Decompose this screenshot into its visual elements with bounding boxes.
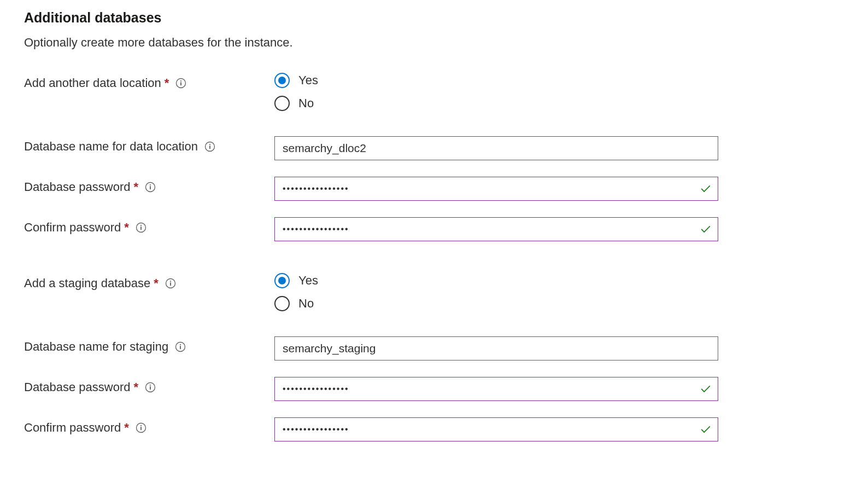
required-indicator: * xyxy=(133,180,138,194)
svg-point-10 xyxy=(140,225,142,226)
radio-circle-icon xyxy=(274,96,290,111)
field-staging-confirm-password: Confirm password * xyxy=(24,417,844,441)
svg-rect-23 xyxy=(140,427,142,430)
input-staging-password[interactable] xyxy=(274,377,718,401)
radio-label-no: No xyxy=(298,96,314,111)
section-description: Optionally create more databases for the… xyxy=(24,36,844,50)
info-icon[interactable] xyxy=(204,141,215,152)
label-db-name-data-location: Database name for data location xyxy=(24,136,274,154)
field-add-staging: Add a staging database * Yes No xyxy=(24,273,844,311)
required-indicator: * xyxy=(165,76,169,90)
svg-point-1 xyxy=(180,80,181,82)
field-db-name-data-location: Database name for data location xyxy=(24,136,844,160)
field-db-name-staging: Database name for staging xyxy=(24,336,844,361)
label-text: Database name for data location xyxy=(24,139,198,154)
radio-no[interactable]: No xyxy=(274,96,718,111)
svg-rect-2 xyxy=(180,82,181,85)
svg-rect-17 xyxy=(180,346,181,349)
label-text: Confirm password xyxy=(24,220,121,235)
radio-yes[interactable]: Yes xyxy=(274,273,718,288)
svg-point-7 xyxy=(150,184,151,185)
label-confirm-password: Confirm password * xyxy=(24,217,274,235)
label-text: Database password xyxy=(24,180,130,194)
svg-point-16 xyxy=(180,344,181,345)
svg-rect-11 xyxy=(140,226,142,230)
info-icon[interactable] xyxy=(145,382,156,393)
radio-circle-icon xyxy=(274,73,290,88)
label-staging-password: Database password * xyxy=(24,377,274,394)
label-text: Database name for staging xyxy=(24,340,168,354)
svg-rect-14 xyxy=(170,282,171,286)
radio-circle-icon xyxy=(274,273,290,288)
info-icon[interactable] xyxy=(165,278,176,289)
svg-rect-20 xyxy=(150,386,151,389)
input-db-name-data-location[interactable] xyxy=(274,136,718,160)
label-text: Add a staging database xyxy=(24,276,150,290)
radio-group-add-data-location: Yes No xyxy=(274,73,718,111)
label-text: Add another data location xyxy=(24,76,161,90)
input-db-name-staging[interactable] xyxy=(274,336,718,361)
radio-group-add-staging: Yes No xyxy=(274,273,718,311)
field-staging-password: Database password * xyxy=(24,377,844,401)
radio-yes[interactable]: Yes xyxy=(274,73,718,88)
required-indicator: * xyxy=(133,380,138,394)
info-icon[interactable] xyxy=(136,222,146,233)
info-icon[interactable] xyxy=(136,422,146,433)
input-confirm-password[interactable] xyxy=(274,217,718,241)
radio-label-yes: Yes xyxy=(298,274,318,288)
info-icon[interactable] xyxy=(175,341,186,352)
svg-rect-5 xyxy=(209,146,210,149)
required-indicator: * xyxy=(124,220,129,235)
info-icon[interactable] xyxy=(175,78,186,89)
info-icon[interactable] xyxy=(145,182,156,193)
label-db-password: Database password * xyxy=(24,177,274,194)
required-indicator: * xyxy=(154,276,159,290)
label-text: Database password xyxy=(24,380,130,394)
radio-circle-icon xyxy=(274,296,290,311)
svg-point-4 xyxy=(209,144,210,145)
input-db-password[interactable] xyxy=(274,177,718,201)
label-add-data-location: Add another data location * xyxy=(24,73,274,90)
field-confirm-password: Confirm password * xyxy=(24,217,844,241)
label-add-staging: Add a staging database * xyxy=(24,273,274,290)
svg-rect-8 xyxy=(150,186,151,189)
field-add-data-location: Add another data location * Yes No xyxy=(24,73,844,111)
svg-point-13 xyxy=(170,281,171,282)
label-db-name-staging: Database name for staging xyxy=(24,336,274,354)
input-staging-confirm-password[interactable] xyxy=(274,417,718,441)
label-staging-confirm-password: Confirm password * xyxy=(24,417,274,435)
field-db-password: Database password * xyxy=(24,177,844,201)
label-text: Confirm password xyxy=(24,421,121,435)
radio-label-no: No xyxy=(298,296,314,311)
radio-no[interactable]: No xyxy=(274,296,718,311)
section-title: Additional databases xyxy=(24,10,844,26)
svg-point-22 xyxy=(140,425,142,426)
required-indicator: * xyxy=(124,421,129,435)
radio-label-yes: Yes xyxy=(298,73,318,88)
svg-point-19 xyxy=(150,385,151,386)
